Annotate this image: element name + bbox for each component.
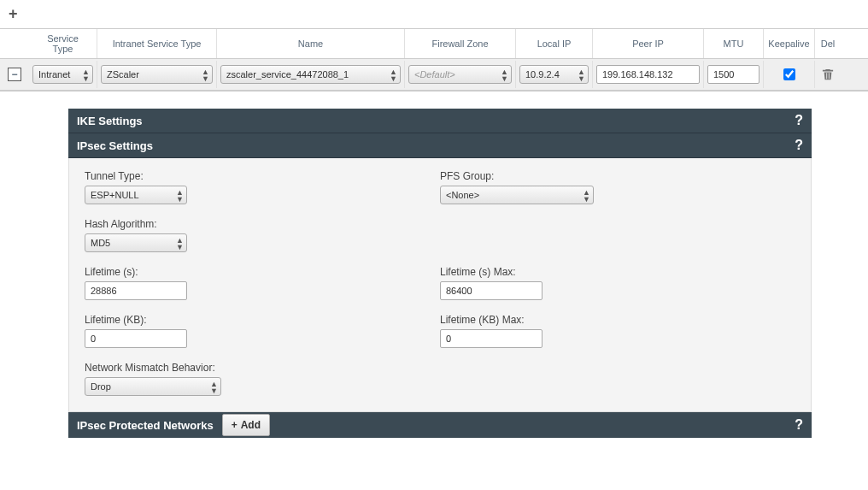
- col-label: Service: [47, 33, 79, 44]
- updown-icon: ▲▼: [390, 68, 397, 82]
- firewall-zone-select[interactable]: <Default>▲▼: [408, 65, 512, 84]
- mtu-input[interactable]: [707, 65, 760, 84]
- select-value: <Default>: [414, 69, 455, 80]
- col-local-ip: Local IP: [516, 29, 593, 58]
- cell-delete: [815, 61, 841, 88]
- col-label: Intranet Service Type: [113, 38, 202, 49]
- select-value: ESP+NULL: [91, 190, 139, 200]
- network-mismatch-select[interactable]: Drop▲▼: [85, 377, 221, 396]
- col-intranet-service-type: Intranet Service Type: [97, 29, 217, 58]
- collapse-toggle[interactable]: −: [8, 68, 21, 81]
- cell-name: zscaler_service_44472088_1▲▼: [217, 61, 405, 88]
- tunnel-type-select[interactable]: ESP+NULL▲▼: [85, 186, 187, 204]
- lifetime-s-max-input[interactable]: [440, 281, 542, 300]
- peer-ip-input[interactable]: [596, 65, 700, 84]
- lifetime-kb-input[interactable]: [85, 329, 187, 348]
- ipsec-settings-body: Tunnel Type: ESP+NULL▲▼ PFS Group: <None…: [68, 158, 812, 412]
- lifetime-s-label: Lifetime (s):: [85, 266, 440, 278]
- ipsec-protected-networks-header[interactable]: IPsec Protected Networks + Add ?: [68, 412, 812, 438]
- col-label: Type: [53, 44, 73, 54]
- panel-title: IPsec Protected Networks: [77, 419, 214, 432]
- panel-title: IKE Settings: [77, 115, 143, 127]
- minus-icon: −: [11, 69, 17, 80]
- detail-panels: IKE Settings ? IPsec Settings ? Tunnel T…: [68, 109, 812, 438]
- plus-icon: +: [232, 419, 238, 431]
- updown-icon: ▲▼: [82, 68, 90, 82]
- lifetime-kb-max-input[interactable]: [440, 329, 542, 348]
- col-label: Name: [298, 38, 323, 49]
- col-label: Del: [821, 38, 836, 49]
- lifetime-s-max-label: Lifetime (s) Max:: [440, 266, 795, 278]
- col-mtu: MTU: [704, 29, 764, 58]
- updown-icon: ▲▼: [202, 68, 209, 82]
- trash-icon[interactable]: [822, 68, 834, 81]
- select-value: <None>: [446, 190, 479, 200]
- grid-header: Service Type Intranet Service Type Name …: [0, 29, 868, 59]
- network-mismatch-label: Network Mismatch Behavior:: [85, 362, 440, 374]
- cell-service-type: Intranet▲▼: [29, 61, 97, 88]
- updown-icon: ▲▼: [583, 189, 590, 203]
- col-label: Local IP: [537, 38, 572, 49]
- help-icon[interactable]: ?: [795, 417, 803, 433]
- col-label: Keepalive: [768, 38, 809, 49]
- keepalive-checkbox[interactable]: [783, 68, 795, 80]
- select-value: zscaler_service_44472088_1: [226, 69, 349, 80]
- grid-row: − Intranet▲▼ ZScaler▲▼ zscaler_service_4…: [0, 59, 868, 91]
- select-value: 10.9.2.4: [525, 69, 560, 80]
- cell-mtu: [704, 61, 764, 88]
- col-label: MTU: [724, 38, 744, 49]
- add-row-button[interactable]: +: [9, 5, 18, 23]
- cell-keepalive: [764, 61, 815, 88]
- cell-firewall-zone: <Default>▲▼: [405, 61, 516, 88]
- add-label: Add: [241, 419, 261, 431]
- lifetime-kb-max-label: Lifetime (KB) Max:: [440, 314, 795, 326]
- local-ip-select[interactable]: 10.9.2.4▲▼: [519, 65, 589, 84]
- cell-intranet-service-type: ZScaler▲▼: [97, 61, 217, 88]
- select-value: MD5: [91, 238, 110, 248]
- tunnel-type-label: Tunnel Type:: [85, 170, 440, 182]
- help-icon[interactable]: ?: [795, 113, 803, 128]
- col-peer-ip: Peer IP: [593, 29, 704, 58]
- select-value: Drop: [91, 381, 111, 392]
- updown-icon: ▲▼: [176, 189, 184, 203]
- updown-icon: ▲▼: [578, 68, 585, 82]
- cell-collapse: −: [0, 61, 29, 88]
- services-grid: Service Type Intranet Service Type Name …: [0, 28, 868, 92]
- col-label: Peer IP: [632, 38, 664, 49]
- updown-icon: ▲▼: [176, 237, 184, 251]
- pfs-group-label: PFS Group:: [440, 170, 795, 182]
- select-value: ZScaler: [107, 69, 139, 80]
- col-label: Firewall Zone: [431, 38, 488, 49]
- updown-icon: ▲▼: [501, 68, 508, 82]
- intranet-service-type-select[interactable]: ZScaler▲▼: [101, 65, 213, 84]
- lifetime-kb-label: Lifetime (KB):: [85, 314, 440, 326]
- ike-settings-header[interactable]: IKE Settings ?: [68, 109, 812, 133]
- panel-title: IPsec Settings: [77, 139, 153, 152]
- col-delete: Del: [815, 29, 841, 58]
- col-keepalive: Keepalive: [764, 29, 815, 58]
- select-value: Intranet: [38, 69, 70, 80]
- ipsec-settings-header[interactable]: IPsec Settings ?: [68, 133, 812, 158]
- pfs-group-select[interactable]: <None>▲▼: [440, 186, 594, 204]
- col-firewall-zone: Firewall Zone: [405, 29, 516, 58]
- col-service-type: Service Type: [29, 29, 97, 58]
- cell-peer-ip: [593, 61, 704, 88]
- add-protected-network-button[interactable]: + Add: [222, 414, 270, 436]
- service-type-select[interactable]: Intranet▲▼: [32, 65, 93, 84]
- name-select[interactable]: zscaler_service_44472088_1▲▼: [220, 65, 401, 84]
- col-name: Name: [217, 29, 405, 58]
- help-icon[interactable]: ?: [795, 138, 803, 153]
- lifetime-s-input[interactable]: [85, 281, 187, 300]
- hash-algorithm-select[interactable]: MD5▲▼: [85, 233, 187, 252]
- hash-algorithm-label: Hash Algorithm:: [85, 218, 440, 230]
- updown-icon: ▲▼: [210, 381, 218, 394]
- col-collapse: [0, 29, 29, 58]
- cell-local-ip: 10.9.2.4▲▼: [516, 61, 593, 88]
